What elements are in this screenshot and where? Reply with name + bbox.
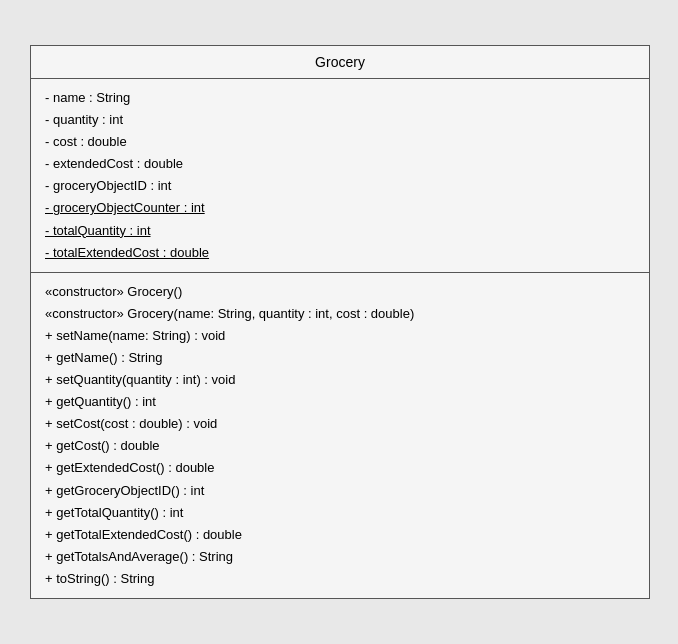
method-line: + getGroceryObjectID() : int bbox=[45, 480, 635, 502]
attribute-line: - groceryObjectCounter : int bbox=[45, 197, 635, 219]
method-line: + toString() : String bbox=[45, 568, 635, 590]
class-name-label: Grocery bbox=[315, 54, 365, 70]
method-line: «constructor» Grocery(name: String, quan… bbox=[45, 303, 635, 325]
method-line: «constructor» Grocery() bbox=[45, 281, 635, 303]
method-line: + getTotalExtendedCost() : double bbox=[45, 524, 635, 546]
method-line: + getExtendedCost() : double bbox=[45, 457, 635, 479]
uml-diagram: Grocery - name : String- quantity : int-… bbox=[0, 15, 678, 629]
attribute-line: - groceryObjectID : int bbox=[45, 175, 635, 197]
method-line: + getTotalsAndAverage() : String bbox=[45, 546, 635, 568]
method-line: + setCost(cost : double) : void bbox=[45, 413, 635, 435]
class-name: Grocery bbox=[31, 46, 649, 79]
method-line: + setQuantity(quantity : int) : void bbox=[45, 369, 635, 391]
attribute-line: - name : String bbox=[45, 87, 635, 109]
method-line: + setName(name: String) : void bbox=[45, 325, 635, 347]
attribute-line: - quantity : int bbox=[45, 109, 635, 131]
attribute-line: - cost : double bbox=[45, 131, 635, 153]
method-line: + getQuantity() : int bbox=[45, 391, 635, 413]
method-line: + getCost() : double bbox=[45, 435, 635, 457]
method-line: + getTotalQuantity() : int bbox=[45, 502, 635, 524]
attribute-line: - extendedCost : double bbox=[45, 153, 635, 175]
attribute-line: - totalQuantity : int bbox=[45, 220, 635, 242]
method-line: + getName() : String bbox=[45, 347, 635, 369]
uml-class-box: Grocery - name : String- quantity : int-… bbox=[30, 45, 650, 599]
methods-section: «constructor» Grocery()«constructor» Gro… bbox=[31, 273, 649, 598]
attributes-section: - name : String- quantity : int- cost : … bbox=[31, 79, 649, 273]
attribute-line: - totalExtendedCost : double bbox=[45, 242, 635, 264]
